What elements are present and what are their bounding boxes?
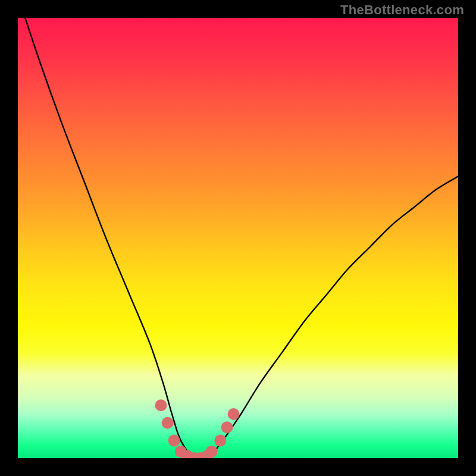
bottleneck-curve [18, 18, 458, 458]
watermark-text: TheBottleneck.com [340, 2, 464, 18]
highlight-point [206, 446, 218, 458]
highlight-point [162, 417, 174, 429]
chart-overlay [18, 18, 458, 458]
highlight-point [228, 408, 240, 420]
chart-plot-area [18, 18, 458, 458]
highlight-markers [155, 399, 240, 458]
highlight-point [214, 434, 226, 446]
highlight-point [221, 421, 233, 433]
highlight-point [155, 399, 167, 411]
highlight-point [168, 434, 180, 446]
chart-frame: TheBottleneck.com [0, 0, 476, 476]
